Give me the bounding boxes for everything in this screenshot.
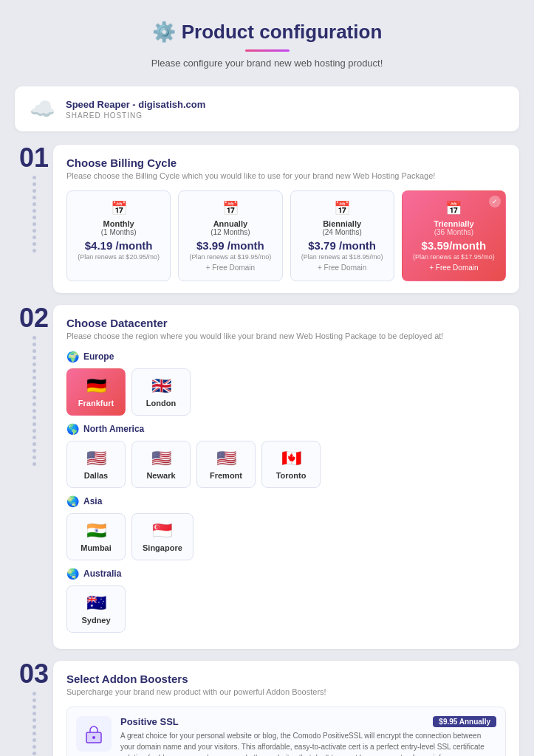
dot — [32, 182, 36, 186]
dot — [32, 369, 36, 373]
dc-singapore[interactable]: 🇸🇬 Singapore — [131, 513, 194, 560]
dot — [32, 725, 36, 729]
billing-section: 01 Choose Billing Cycle Please choose th… — [15, 145, 519, 293]
product-info: Speed Reaper - digisatish.com SHARED HOS… — [66, 99, 205, 120]
page-header: ⚙️ Product configuration Please configur… — [15, 21, 519, 69]
bc-label-biennially: Biennially — [297, 219, 388, 228]
dot — [32, 449, 36, 453]
dot — [32, 409, 36, 413]
bc-price-monthly: $4.19 /month — [73, 239, 164, 252]
dot — [32, 718, 36, 722]
dc-frankfurt[interactable]: 🇩🇪 Frankfurt — [66, 368, 126, 416]
region-aus-name: Australia — [83, 568, 121, 579]
dot — [32, 752, 36, 755]
billing-card-biennially[interactable]: 📅 Biennially (24 Months) $3.79 /month (P… — [290, 190, 394, 281]
addons-body: Select Addon Boosters Supercharge your b… — [53, 661, 519, 756]
us-flag: 🇺🇸 — [208, 449, 244, 468]
step3-left: 03 — [15, 661, 53, 756]
dc-newark[interactable]: 🇺🇸 Newark — [131, 441, 191, 488]
region-na-name: North America — [83, 424, 144, 434]
bc-months-monthly: (1 Months) — [73, 228, 164, 236]
datacenter-body: Choose Datacenter Please choose the regi… — [53, 305, 519, 649]
region-na-label: 🌎 North America — [66, 423, 506, 435]
dot — [32, 236, 36, 239]
page-title: ⚙️ Product configuration — [15, 21, 519, 44]
dot — [32, 349, 36, 353]
bc-free-biennially: + Free Domain — [297, 264, 388, 272]
dot — [32, 356, 36, 360]
dot — [32, 229, 36, 233]
bc-price-triennially: $3.59/month — [408, 239, 499, 252]
billing-title: Choose Billing Cycle — [66, 157, 506, 169]
dot — [32, 429, 36, 433]
bc-free-triennially: + Free Domain — [408, 264, 499, 272]
dc-toronto-name: Toronto — [273, 471, 309, 480]
calendar-icon: 📅 — [297, 200, 388, 216]
addon-ssl-info: Positive SSL $9.95 Annually A great choi… — [120, 716, 496, 756]
region-asia-label: 🌏 Asia — [66, 495, 506, 507]
product-icon: ☁️ — [30, 97, 55, 121]
billing-body: Choose Billing Cycle Please choose the B… — [53, 145, 519, 293]
datacenter-desc: Please choose the region where you would… — [66, 331, 506, 340]
bc-renew-triennially: (Plan renews at $17.95/mo) — [408, 253, 499, 261]
sg-flag: 🇸🇬 — [143, 521, 182, 540]
dc-singapore-name: Singapore — [143, 543, 182, 552]
dc-sydney-name: Sydney — [78, 616, 114, 625]
addon-ssl-header: Positive SSL $9.95 Annually — [120, 716, 496, 727]
addons-title: Select Addon Boosters — [66, 673, 506, 685]
bc-price-annually: $3.99 /month — [185, 239, 275, 252]
dc-london[interactable]: 🇬🇧 London — [131, 368, 191, 416]
dot — [32, 362, 36, 366]
dc-dallas-name: Dallas — [78, 471, 114, 480]
dot — [32, 209, 36, 213]
billing-card-annually[interactable]: 📅 Annually (12 Months) $3.99 /month (Pla… — [178, 190, 282, 281]
datacenter-title: Choose Datacenter — [66, 317, 506, 329]
dot — [32, 456, 36, 459]
dot — [32, 389, 36, 393]
calendar-icon: 📅 — [408, 200, 499, 216]
datacenter-section: 02 — [15, 305, 519, 649]
dc-frankfurt-name: Frankfurt — [78, 399, 114, 408]
globe-icon: 🌏 — [66, 495, 79, 507]
dot — [32, 712, 36, 715]
dc-fremont[interactable]: 🇺🇸 Fremont — [196, 441, 256, 488]
step2-number: 02 — [19, 305, 49, 331]
bc-label-annually: Annually — [185, 219, 275, 228]
addon-ssl-desc: A great choice for your personal website… — [120, 730, 496, 756]
billing-desc: Please choose the Billing Cycle which yo… — [66, 171, 506, 180]
addons-section: 03 Select Addon Boosters Supe — [15, 661, 519, 756]
product-type: SHARED HOSTING — [66, 111, 205, 120]
dc-sydney[interactable]: 🇦🇺 Sydney — [66, 585, 126, 633]
step2-dots — [32, 336, 36, 466]
dot — [32, 196, 36, 199]
dot — [32, 382, 36, 386]
billing-card-triennially[interactable]: ✓ 📅 Triennially (36 Months) $3.59/month … — [402, 190, 506, 281]
ca-flag: 🇨🇦 — [273, 449, 309, 468]
dc-toronto[interactable]: 🇨🇦 Toronto — [261, 441, 321, 488]
dot — [32, 402, 36, 406]
dot — [32, 738, 36, 742]
dot — [32, 442, 36, 446]
addon-ssl-name: Positive SSL — [120, 716, 179, 727]
region-asia-name: Asia — [83, 496, 102, 506]
region-europe-label: 🌍 Europe — [66, 351, 506, 362]
in-flag: 🇮🇳 — [78, 521, 114, 540]
dot — [32, 692, 36, 695]
bc-free-annually: + Free Domain — [185, 264, 275, 272]
billing-card-monthly[interactable]: 📅 Monthly (1 Months) $4.19 /month (Plan … — [66, 190, 171, 281]
dot — [32, 242, 36, 246]
title-divider — [245, 49, 290, 52]
de-flag: 🇩🇪 — [78, 377, 114, 396]
dc-newark-name: Newark — [143, 471, 179, 480]
dc-mumbai[interactable]: 🇮🇳 Mumbai — [66, 513, 126, 560]
gb-flag: 🇬🇧 — [143, 377, 179, 396]
bc-months-triennially: (36 Months) — [408, 228, 499, 236]
addon-ssl-icon — [76, 716, 112, 752]
dot — [32, 176, 36, 179]
dot — [32, 336, 36, 340]
bc-months-annually: (12 Months) — [185, 228, 275, 236]
dot — [32, 732, 36, 735]
calendar-icon: 📅 — [73, 200, 164, 216]
addon-ssl-price: $9.95 Annually — [433, 716, 496, 727]
dc-dallas[interactable]: 🇺🇸 Dallas — [66, 441, 126, 488]
